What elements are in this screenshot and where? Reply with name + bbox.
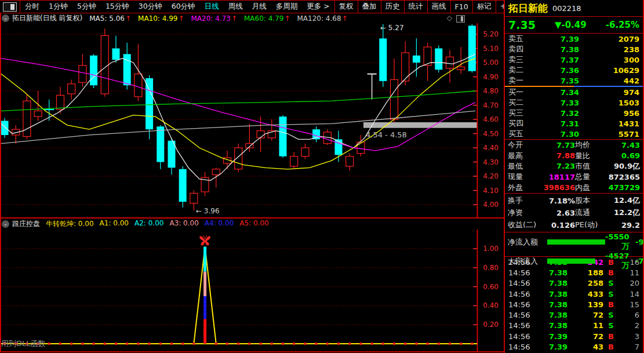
order-book-row-ask[interactable]: 卖五7.392079 <box>505 34 643 44</box>
stat-value: 12.4亿 <box>607 195 640 206</box>
svg-text:5.20: 5.20 <box>483 30 499 38</box>
tick-count: 16 <box>618 258 639 267</box>
tick-side: B <box>603 258 618 267</box>
panel-divider[interactable] <box>0 217 504 219</box>
quote-panel: 拓日新能 002218 7.35 ▼-0.49 -6.25% 卖五7.39207… <box>504 0 644 353</box>
tick-row: 14:567.38139B15 <box>505 299 643 310</box>
order-level-label: 卖三 <box>508 54 539 65</box>
period-tab-60分钟[interactable]: 60分钟 <box>167 2 200 12</box>
last-price: 7.35 <box>508 19 536 31</box>
collapse-chevron-icon[interactable]: ⌄ <box>2 14 9 22</box>
order-volume: 5571 <box>579 130 639 139</box>
order-book-row-bid[interactable]: 买一7.34974 <box>505 87 643 97</box>
tick-price: 7.38 <box>535 311 567 319</box>
period-tab-多周期[interactable]: 多周期 <box>271 2 303 12</box>
ma-label-MA5: MA5: 5.06↑ <box>89 14 131 23</box>
tick-count: 2 <box>618 321 639 330</box>
tick-volume: 258 <box>567 279 603 288</box>
svg-text:0.40: 0.40 <box>483 301 499 310</box>
tick-side: B <box>603 268 618 277</box>
tick-row: 14:567.3872S6 <box>505 310 643 320</box>
period-tab-周线[interactable]: 周线 <box>224 2 248 12</box>
order-price: 7.34 <box>539 88 579 97</box>
toolbar-button-画线[interactable]: 画线 <box>427 1 450 13</box>
order-book-row-ask[interactable]: 卖二7.3610629 <box>505 65 643 75</box>
indicator-param-A5: A5: 0.00 <box>239 219 268 229</box>
period-tab-15分钟[interactable]: 15分钟 <box>101 2 134 12</box>
order-volume: 2079 <box>579 35 639 43</box>
order-volume: 238 <box>579 45 639 54</box>
indicator-param-A2: A2: 0.00 <box>134 219 163 229</box>
order-level-label: 买四 <box>508 118 539 129</box>
toolbar-button-F10[interactable]: F10 <box>450 1 472 13</box>
stat-value: 7.18% <box>540 196 575 205</box>
indicator-chart[interactable]: 1.000.800.600.400.20 <box>0 230 504 352</box>
indicator-param-A1: A1: 0.00 <box>100 219 129 229</box>
tick-time: 14:56 <box>508 332 535 341</box>
tick-price: 7.39 <box>535 332 567 341</box>
svg-text:4.54 - 4.58: 4.54 - 4.58 <box>366 130 407 139</box>
svg-text:4.20: 4.20 <box>483 172 499 180</box>
tick-side: B <box>603 343 618 351</box>
stat-value: 0.126 <box>540 221 575 230</box>
order-price: 7.32 <box>539 109 579 118</box>
period-tab-1分钟[interactable]: 1分钟 <box>44 2 72 12</box>
flow-bar-track <box>547 239 605 245</box>
stat-label: 净资 <box>508 208 540 218</box>
stat-label: PE(动) <box>575 220 607 230</box>
order-book-row-bid[interactable]: 买三7.32956 <box>505 108 643 118</box>
period-tab-月线[interactable]: 月线 <box>248 2 271 12</box>
tick-price: 7.39 <box>535 343 567 351</box>
order-book-row-bid[interactable]: 买四7.311431 <box>505 118 643 129</box>
tick-count: 14 <box>618 290 639 299</box>
top-toolbar: 分时1分钟5分钟15分钟30分钟60分钟日线周线月线多周期更多 > 复权叠加历史… <box>0 0 504 13</box>
indicator-title: 跟庄控盘 <box>12 219 40 229</box>
stat-label: 均价 <box>575 140 607 150</box>
collapse-chevron-icon[interactable]: ⌄ <box>2 220 9 228</box>
toolbar-button-复权[interactable]: 复权 <box>334 1 358 13</box>
svg-text:0.20: 0.20 <box>483 321 499 329</box>
main-price-chart[interactable]: 5.205.105.004.904.804.704.604.504.404.30… <box>0 23 504 218</box>
stat-label: 最高 <box>508 151 540 161</box>
order-price: 7.37 <box>539 56 579 64</box>
tick-price: 7.38 <box>535 268 567 277</box>
window-layout-button[interactable] <box>0 1 20 13</box>
order-volume: 1431 <box>579 119 639 128</box>
stock-code: 002218 <box>552 4 581 13</box>
tick-row: 14:567.38188B11 <box>505 267 643 278</box>
tick-time: 14:56 <box>508 321 535 330</box>
toolbar-button-统计[interactable]: 统计 <box>404 1 427 13</box>
toolbar-button-标记[interactable]: 标记 <box>472 1 496 13</box>
period-tab-日线[interactable]: 日线 <box>200 2 224 12</box>
order-book-row-ask[interactable]: 卖三7.37300 <box>505 54 643 65</box>
tick-row: 14:567.3811S2 <box>505 321 643 331</box>
stat-label: 今开 <box>508 140 540 150</box>
butterfly-icon <box>199 235 210 245</box>
order-price: 7.30 <box>539 130 579 139</box>
svg-text:4.50: 4.50 <box>483 130 499 138</box>
up-arrow-icon: ↑ <box>178 14 184 23</box>
order-volume: 974 <box>579 88 639 97</box>
order-level-label: 买一 <box>508 87 539 97</box>
order-price: 7.35 <box>539 77 579 85</box>
stat-label: 外盘 <box>508 183 540 193</box>
period-tab-5分钟[interactable]: 5分钟 <box>72 2 101 12</box>
order-book-row-bid[interactable]: 买五7.305571 <box>505 129 643 139</box>
split-view-icon[interactable] <box>456 15 465 23</box>
toolbar-button-叠加[interactable]: 叠加 <box>358 1 381 13</box>
order-book-row-bid[interactable]: 买二7.331503 <box>505 97 643 108</box>
order-book-row-ask[interactable]: 卖一7.35442 <box>505 75 643 86</box>
svg-text:5.10: 5.10 <box>483 45 499 53</box>
stat-value: 7.88 <box>540 151 575 160</box>
svg-text:4.10: 4.10 <box>483 187 499 195</box>
ma-label-MA120: MA120: 4.68↑ <box>297 14 347 23</box>
period-tab-分时[interactable]: 分时 <box>20 2 44 12</box>
period-tab-更多 >[interactable]: 更多 > <box>302 2 334 12</box>
order-book-row-ask[interactable]: 卖四7.38238 <box>505 44 643 54</box>
diamond-icon[interactable]: ◇ <box>447 14 452 22</box>
toolbar-button-历史[interactable]: 历史 <box>381 1 404 13</box>
stat-row: 收益(二)0.126PE(动)29.2 <box>505 220 643 230</box>
period-tab-30分钟[interactable]: 30分钟 <box>134 2 167 12</box>
price-change-pct: -6.25% <box>606 20 639 30</box>
stat-row: 最低7.23市值90.9亿 <box>505 161 643 172</box>
